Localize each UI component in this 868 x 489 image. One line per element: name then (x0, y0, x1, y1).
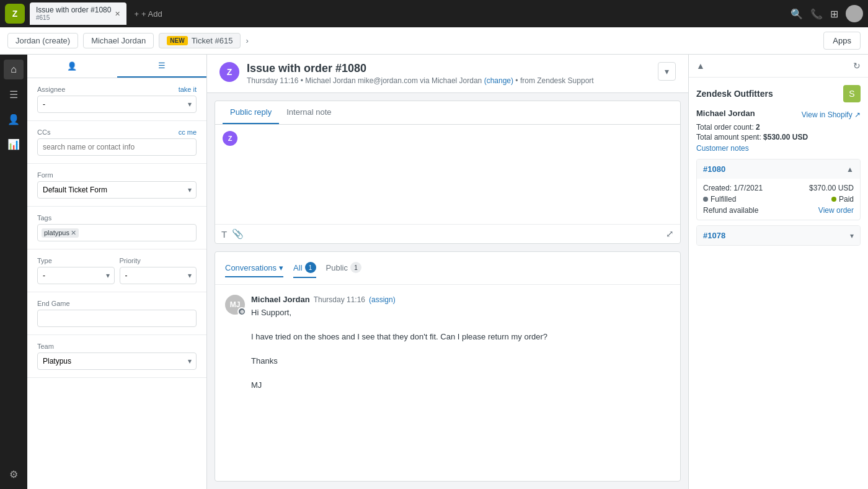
ticket-tab-icon: ☰ (158, 61, 166, 70)
order-created-label: Created: 1/7/2021 (703, 184, 763, 192)
breadcrumb-ticket-615[interactable]: NEW Ticket #615 (159, 33, 241, 48)
all-tab[interactable]: All 1 (293, 258, 316, 278)
all-tab-label: All (293, 263, 302, 272)
order-created-row: Created: 1/7/2021 $370.00 USD (703, 184, 854, 192)
reply-body: Z (215, 125, 680, 224)
props-tab-user[interactable]: 👤 (27, 55, 117, 78)
team-select[interactable]: Platypus (37, 352, 197, 370)
type-priority-section: Type - Priority - (27, 249, 206, 292)
public-tab-label: Public (326, 263, 348, 272)
search-icon[interactable]: 🔍 (790, 8, 803, 20)
conversations-filter-arrow: ▾ (279, 263, 283, 272)
refund-label: Refund available (703, 206, 758, 215)
conversations-filter-label: Conversations (225, 263, 277, 272)
ticket-avatar: Z (219, 62, 239, 82)
view-in-shopify-link[interactable]: View in Shopify ↗ (802, 110, 861, 119)
priority-select[interactable]: - (120, 267, 197, 284)
take-it-link[interactable]: take it (179, 86, 197, 93)
form-select[interactable]: Default Ticket Form (37, 181, 197, 199)
ticket-time: Thursday 11:16 (247, 76, 298, 85)
customer-section: Michael Jordan View in Shopify ↗ Total o… (696, 109, 861, 153)
reply-avatar: Z (223, 131, 237, 146)
brand-logo: Z (5, 4, 25, 24)
message-text: Hi Support, I have tried on the shoes an… (251, 307, 670, 392)
public-reply-tab[interactable]: Public reply (223, 101, 279, 124)
public-count-badge: 1 (350, 262, 361, 273)
tab-close-icon[interactable]: ✕ (115, 10, 120, 18)
add-icon: + (134, 9, 139, 19)
expand-icon[interactable]: ⤢ (666, 228, 674, 240)
paid-dot (831, 197, 836, 202)
type-priority-row: Type - Priority - (37, 257, 197, 284)
ticket-meta: Thursday 11:16 • Michael Jordan mike@jor… (247, 76, 650, 85)
order-1078-collapse-icon[interactable]: ▾ (850, 231, 854, 240)
ticket-title: Issue with order #1080 (247, 62, 650, 75)
order-1078-header[interactable]: #1078 ▾ (697, 226, 860, 245)
tag-remove-icon[interactable]: ✕ (71, 229, 76, 237)
panel-collapse-icon[interactable]: ▲ (696, 61, 705, 71)
sidebar-item-home[interactable]: ⌂ (4, 60, 24, 79)
message-item: MJ ⊕ Michael Jordan Thursday 11:16 (assi… (215, 285, 680, 402)
breadcrumb-arrow-icon[interactable]: › (246, 36, 248, 45)
order-1080-collapse-icon[interactable]: ▲ (846, 165, 854, 174)
type-label: Type (37, 257, 115, 264)
order-1080-header[interactable]: #1080 ▲ (697, 159, 860, 179)
user-avatar[interactable] (846, 5, 863, 22)
public-tab[interactable]: Public 1 (326, 258, 361, 278)
view-order-link[interactable]: View order (818, 206, 854, 215)
message-author: Michael Jordan (251, 295, 310, 304)
ticket-email: mike@jordan.com (358, 76, 418, 85)
team-select-wrapper: Platypus (37, 352, 197, 370)
cc-me-link[interactable]: cc me (179, 128, 197, 136)
tags-section: Tags platypus ✕ (27, 207, 206, 249)
type-select[interactable]: - (37, 267, 115, 284)
conversations-filter-tab[interactable]: Conversations ▾ (225, 259, 283, 277)
phone-icon[interactable]: 📞 (810, 8, 823, 20)
fulfilled-dot (703, 197, 708, 202)
reply-input[interactable] (242, 131, 673, 218)
top-nav: Z Issue with order #1080 #615 ✕ + + Add … (0, 0, 868, 27)
sidebar-item-reports[interactable]: 📊 (4, 134, 24, 154)
attachment-icon[interactable]: 📎 (232, 228, 244, 240)
sidebar-item-settings[interactable]: ⚙ (4, 464, 24, 484)
main-content: Z Issue with order #1080 Thursday 11:16 … (207, 55, 688, 489)
ccs-section: CCs cc me (27, 121, 206, 164)
message-avatar: MJ ⊕ (225, 295, 245, 315)
breadcrumb-jordan-create[interactable]: Jordan (create) (7, 33, 78, 48)
customer-notes-link[interactable]: Customer notes (696, 144, 861, 153)
assignee-select-wrapper: - (37, 96, 197, 113)
apps-button[interactable]: Apps (823, 32, 861, 50)
ticket-dropdown-button[interactable]: ▾ (658, 62, 676, 81)
paid-label: Paid (839, 195, 854, 204)
end-game-input[interactable] (37, 310, 197, 327)
total-spent-value: $530.00 USD (763, 133, 808, 141)
assign-link[interactable]: (assign) (369, 295, 396, 304)
message-time: Thursday 11:16 (314, 295, 365, 304)
conversations-header: Conversations ▾ All 1 Public 1 (215, 252, 680, 285)
grid-icon[interactable]: ⊞ (830, 8, 838, 20)
order-1078-id: #1078 (703, 231, 725, 240)
text-format-icon[interactable]: T (221, 229, 227, 240)
sidebar-item-views[interactable]: ☰ (4, 84, 24, 104)
tags-input-area[interactable]: platypus ✕ (37, 224, 197, 241)
panel-refresh-icon[interactable]: ↻ (853, 61, 861, 71)
breadcrumb-michael-jordan[interactable]: Michael Jordan (83, 33, 154, 48)
main-layout: ⌂ ☰ 👤 📊 ⚙ 👤 ☰ Assignee take it - (0, 55, 868, 489)
sidebar-item-contacts[interactable]: 👤 (4, 109, 24, 129)
add-label: + Add (141, 9, 162, 19)
props-tab-ticket[interactable]: ☰ (117, 55, 207, 78)
customer-name: Michael Jordan (696, 109, 755, 118)
change-link[interactable]: (change) (484, 76, 513, 85)
team-label: Team (37, 343, 197, 350)
add-tab-button[interactable]: + + Add (129, 9, 167, 19)
breadcrumb-label: Jordan (create) (16, 36, 70, 45)
ccs-input[interactable] (37, 138, 197, 156)
form-select-wrapper: Default Ticket Form (37, 181, 197, 199)
new-badge: NEW (167, 36, 187, 45)
message-content: Michael Jordan Thursday 11:16 (assign) H… (251, 295, 670, 392)
tab-issue-1080[interactable]: Issue with order #1080 #615 ✕ (30, 2, 126, 25)
reply-tabs: Public reply Internal note (215, 101, 680, 125)
internal-note-tab[interactable]: Internal note (279, 101, 339, 124)
assignee-select[interactable]: - (37, 96, 197, 113)
priority-label: Priority (120, 257, 197, 264)
